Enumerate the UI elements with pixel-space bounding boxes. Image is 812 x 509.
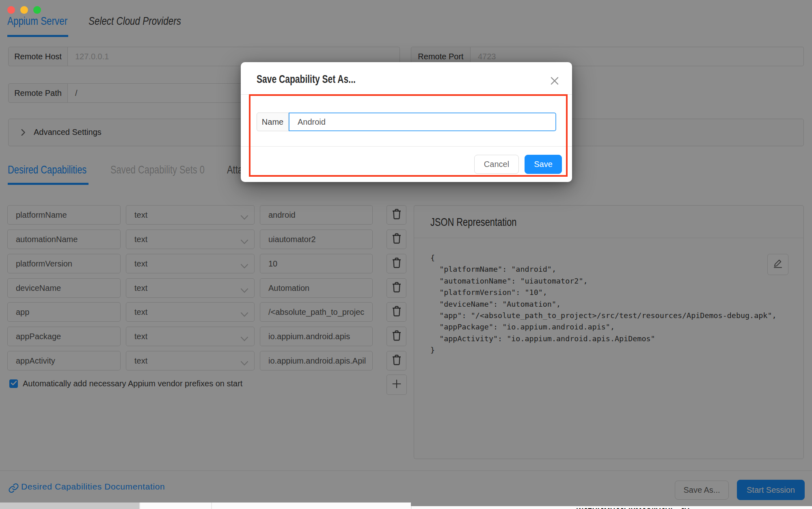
background-text-fragment: WJFHIJMUJJLIXMJQ'IVJHL--JV: <box>577 506 692 509</box>
background-window-strip <box>139 503 411 509</box>
modal-footer-divider <box>241 146 572 147</box>
save-capability-set-modal: Save Capability Set As... Name Android C… <box>241 62 572 182</box>
background-window-strip <box>0 503 139 509</box>
background-strip-divider <box>211 503 212 509</box>
close-window-button[interactable] <box>7 6 15 14</box>
name-input-value: Android <box>298 117 326 127</box>
modal-title-text: Save Capability Set As... <box>257 73 356 86</box>
save-button[interactable]: Save <box>525 155 562 174</box>
name-field-label: Name <box>257 113 289 131</box>
save-label: Save <box>534 160 553 169</box>
name-input[interactable]: Android <box>289 113 556 131</box>
name-label-text: Name <box>262 117 283 127</box>
modal-header-divider <box>241 94 572 95</box>
app-window: Appium Server Select Cloud Providers Rem… <box>0 0 812 509</box>
minimize-window-button[interactable] <box>20 6 28 14</box>
cancel-label: Cancel <box>484 160 509 169</box>
cancel-button[interactable]: Cancel <box>474 155 519 174</box>
modal-title: Save Capability Set As... <box>257 73 384 86</box>
zoom-window-button[interactable] <box>33 6 41 14</box>
close-icon[interactable] <box>548 74 561 87</box>
